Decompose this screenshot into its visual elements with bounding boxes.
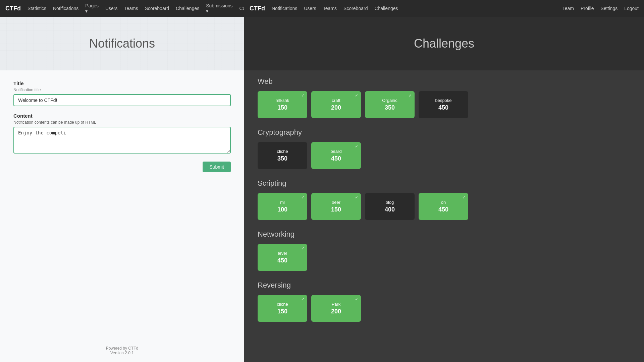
title-form-group: Title Notification title (13, 80, 231, 106)
category-reversing: Reversing✓cliche150✓Park200 (258, 281, 631, 322)
challenge-name: beard (330, 149, 341, 154)
right-brand[interactable]: CTFd (250, 5, 265, 12)
right-page-title: Challenges (414, 37, 474, 51)
left-footer: Powered by CTFd Version 2.0.1 (0, 339, 244, 362)
challenge-cards-3: ✓level450 (258, 244, 631, 271)
category-title-1: Cryptography (258, 128, 631, 137)
right-nav-notifications[interactable]: Notifications (272, 6, 297, 11)
category-web: Web✓mlkshk150✓craft200✓Organic350bespoke… (258, 77, 631, 118)
challenge-points: 150 (277, 308, 287, 315)
right-nav-logout[interactable]: Logout (624, 6, 639, 11)
challenge-name: craft (332, 98, 340, 103)
nav-scoreboard[interactable]: Scoreboard (145, 6, 169, 11)
challenge-card-4-1[interactable]: ✓Park200 (311, 295, 361, 322)
challenge-card-1-1[interactable]: ✓beard450 (311, 142, 361, 169)
category-title-2: Scripting (258, 179, 631, 188)
challenge-card-1-0[interactable]: cliche350 (258, 142, 307, 169)
nav-pages-dropdown[interactable]: Pages ▾ (85, 3, 99, 14)
left-form-content: Title Notification title Content Notific… (0, 70, 244, 339)
category-title-3: Networking (258, 230, 631, 239)
challenge-name: beer (332, 200, 340, 205)
challenge-card-2-1[interactable]: ✓beer150 (311, 193, 361, 220)
challenge-name: Park (332, 302, 341, 307)
category-scripting: Scripting✓ml100✓beer150blog400✓on450 (258, 179, 631, 220)
nav-statistics[interactable]: Statistics (28, 6, 46, 11)
challenge-points: 450 (438, 206, 448, 213)
challenge-name: cliche (277, 302, 288, 307)
right-panel: CTFd Notifications Users Teams Scoreboar… (244, 0, 644, 362)
challenge-name: mlkshk (276, 98, 289, 103)
challenge-cards-2: ✓ml100✓beer150blog400✓on450 (258, 193, 631, 220)
challenge-points: 100 (277, 206, 287, 213)
title-input[interactable] (13, 94, 231, 106)
submit-button[interactable]: Submit (203, 162, 231, 172)
right-nav-users[interactable]: Users (304, 6, 316, 11)
challenge-name: cliche (277, 149, 288, 154)
challenge-name: bespoke (435, 98, 451, 103)
solved-check-icon: ✓ (301, 297, 305, 302)
challenge-cards-0: ✓mlkshk150✓craft200✓Organic350bespoke450 (258, 91, 631, 118)
nav-users[interactable]: Users (105, 6, 118, 11)
right-hero: Challenges (244, 17, 644, 70)
challenge-points: 200 (331, 104, 341, 111)
solved-check-icon: ✓ (301, 195, 305, 200)
challenge-points: 450 (438, 104, 448, 111)
left-page-title: Notifications (89, 37, 155, 51)
left-navbar: CTFd Statistics Notifications Pages ▾ Us… (0, 0, 244, 17)
nav-challenges[interactable]: Challenges (176, 6, 199, 11)
nav-notifications[interactable]: Notifications (53, 6, 78, 11)
challenge-points: 400 (385, 206, 395, 213)
challenge-card-0-3[interactable]: bespoke450 (419, 91, 468, 118)
solved-check-icon: ✓ (355, 144, 358, 149)
category-title-4: Reversing (258, 281, 631, 290)
challenge-card-2-0[interactable]: ✓ml100 (258, 193, 307, 220)
challenge-name: level (278, 251, 287, 256)
right-nav-scoreboard[interactable]: Scoreboard (343, 6, 368, 11)
challenge-points: 450 (277, 257, 287, 264)
challenge-card-0-0[interactable]: ✓mlkshk150 (258, 91, 307, 118)
nav-teams[interactable]: Teams (124, 6, 138, 11)
category-title-0: Web (258, 77, 631, 86)
left-brand[interactable]: CTFd (5, 5, 21, 12)
challenge-points: 150 (277, 104, 287, 111)
challenge-points: 350 (385, 104, 395, 111)
challenge-card-2-3[interactable]: ✓on450 (419, 193, 468, 220)
right-nav-teams[interactable]: Teams (323, 6, 337, 11)
challenge-points: 150 (331, 206, 341, 213)
solved-check-icon: ✓ (355, 93, 358, 98)
challenge-card-4-0[interactable]: ✓cliche150 (258, 295, 307, 322)
challenge-name: on (441, 200, 446, 205)
right-challenges-content: Web✓mlkshk150✓craft200✓Organic350bespoke… (244, 70, 644, 339)
challenge-points: 200 (331, 308, 341, 315)
right-nav-challenges[interactable]: Challenges (374, 6, 398, 11)
solved-check-icon: ✓ (301, 246, 305, 251)
challenge-card-0-2[interactable]: ✓Organic350 (365, 91, 415, 118)
right-nav-team[interactable]: Team (562, 6, 574, 11)
solved-check-icon: ✓ (409, 93, 412, 98)
right-nav-profile[interactable]: Profile (581, 6, 594, 11)
footer-line2: Version 2.0.1 (7, 351, 237, 355)
challenge-card-3-0[interactable]: ✓level450 (258, 244, 307, 271)
challenge-cards-1: cliche350✓beard450 (258, 142, 631, 169)
challenge-points: 350 (277, 155, 287, 162)
content-label: Content (13, 113, 231, 119)
category-networking: Networking✓level450 (258, 230, 631, 271)
right-nav-settings[interactable]: Settings (601, 6, 618, 11)
challenge-card-0-1[interactable]: ✓craft200 (311, 91, 361, 118)
title-label: Title (13, 80, 231, 86)
challenge-name: ml (280, 200, 285, 205)
solved-check-icon: ✓ (462, 195, 466, 200)
footer-line1: Powered by CTFd (7, 346, 237, 351)
solved-check-icon: ✓ (355, 195, 358, 200)
solved-check-icon: ✓ (301, 93, 305, 98)
title-hint: Notification title (13, 87, 231, 92)
category-cryptography: Cryptographycliche350✓beard450 (258, 128, 631, 169)
challenge-cards-4: ✓cliche150✓Park200 (258, 295, 631, 322)
content-form-group: Content Notification contents can be mad… (13, 113, 231, 155)
challenge-name: blog (386, 200, 394, 205)
challenge-card-2-2[interactable]: blog400 (365, 193, 415, 220)
content-textarea[interactable]: Enjoy the competi (13, 127, 231, 154)
content-hint: Notification contents can be made up of … (13, 120, 231, 125)
nav-submissions-dropdown[interactable]: Submissions ▾ (206, 3, 232, 14)
challenge-points: 450 (331, 155, 341, 162)
